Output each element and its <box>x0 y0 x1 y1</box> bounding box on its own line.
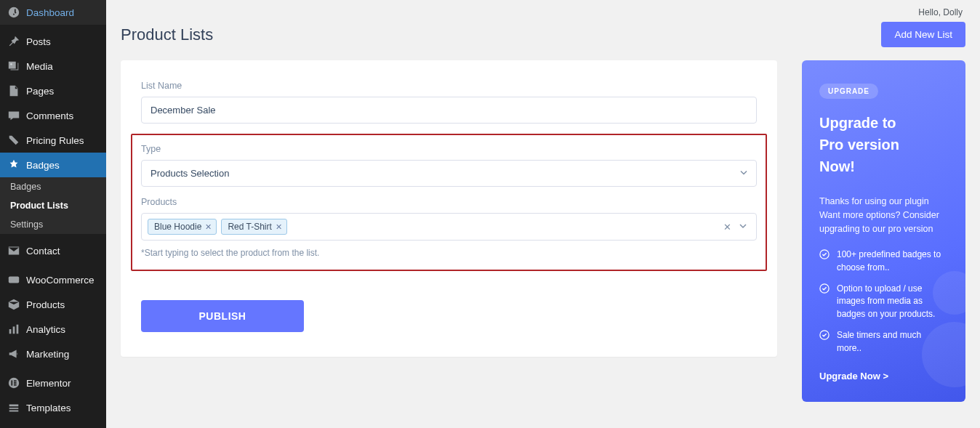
dashboard-icon <box>7 6 20 19</box>
comments-icon <box>7 109 20 122</box>
upgrade-feature-text: 100+ predefined badges to choose from.. <box>837 249 948 274</box>
page-title: Product Lists <box>121 25 213 44</box>
list-name-label: List Name <box>141 81 757 91</box>
sidebar-item-products[interactable]: Products <box>0 292 106 317</box>
list-name-input[interactable] <box>141 97 757 124</box>
sidebar-item-contact[interactable]: Contact <box>0 238 106 263</box>
publish-button[interactable]: PUBLISH <box>141 300 304 332</box>
highlighted-section: Type Products Selection Products Blue Ho… <box>131 134 767 271</box>
chevron-down-icon[interactable] <box>739 222 747 233</box>
templates-icon <box>7 401 20 414</box>
product-list-form: List Name Type Products Selection Produc… <box>121 60 777 357</box>
svg-rect-9 <box>14 384 17 386</box>
mail-icon <box>7 244 20 257</box>
type-field: Type Products Selection <box>141 144 757 187</box>
clear-all-icon[interactable]: ✕ <box>723 222 731 233</box>
type-label: Type <box>141 144 757 154</box>
product-tag-label: Blue Hoodie <box>154 222 201 232</box>
upgrade-badge: UPGRADE <box>819 84 878 99</box>
sidebar-item-analytics[interactable]: Analytics <box>0 317 106 342</box>
products-field: Products Blue Hoodie ✕ Red T-Shirt ✕ ✕ <box>141 197 757 258</box>
svg-rect-2 <box>9 329 12 334</box>
sidebar-item-media[interactable]: Media <box>0 54 106 78</box>
svg-rect-3 <box>13 326 15 334</box>
sidebar-item-templates[interactable]: Templates <box>0 395 106 420</box>
marketing-icon <box>7 347 20 360</box>
svg-rect-7 <box>14 380 17 381</box>
sidebar-item-dashboard[interactable]: Dashboard <box>0 0 106 25</box>
media-icon <box>7 60 20 73</box>
check-circle-icon <box>819 249 830 259</box>
sidebar-item-label: Dashboard <box>26 7 74 18</box>
page-header: Product Lists Add New List <box>121 22 965 47</box>
upgrade-feature-text: Option to upload / use images from media… <box>837 283 948 320</box>
sidebar-item-label: Analytics <box>26 324 65 335</box>
list-name-field: List Name <box>141 81 757 124</box>
pin-icon <box>7 35 20 48</box>
sidebar-item-label: WooCommerce <box>26 275 95 286</box>
sidebar-item-label: Badges <box>26 160 60 171</box>
pricing-icon <box>7 134 20 147</box>
product-tag: Red T-Shirt ✕ <box>221 219 286 235</box>
upgrade-title-part: Pro version <box>819 137 899 153</box>
pages-icon <box>7 84 20 97</box>
sidebar-item-woocommerce[interactable]: WooCommerce <box>0 267 106 292</box>
check-circle-icon <box>819 283 830 294</box>
main-content: Hello, Dolly Product Lists Add New List … <box>106 0 980 428</box>
sidebar-item-label: Comments <box>26 110 73 121</box>
admin-sidebar: Dashboard Posts Media Pages Comments Pri… <box>0 0 106 428</box>
product-tag: Blue Hoodie ✕ <box>148 219 217 235</box>
badges-icon <box>7 158 20 171</box>
sidebar-item-comments[interactable]: Comments <box>0 103 106 128</box>
sidebar-item-label: Templates <box>26 403 71 413</box>
greeting-text: Hello, Dolly <box>121 6 965 22</box>
check-circle-icon <box>819 330 830 340</box>
upgrade-text: Thanks for using our plugin Want more op… <box>819 195 948 235</box>
sidebar-badges-submenu: Badges Product Lists Settings <box>0 177 106 234</box>
sidebar-item-label: Elementor <box>26 378 71 389</box>
analytics-icon <box>7 323 20 336</box>
sidebar-item-appearance[interactable]: Appearance <box>0 424 106 428</box>
upgrade-title-part: Now! <box>819 158 855 174</box>
sidebar-item-label: Pricing Rules <box>26 135 84 146</box>
sidebar-item-elementor[interactable]: Elementor <box>0 371 106 395</box>
svg-rect-6 <box>11 380 12 385</box>
upgrade-feature-item: Option to upload / use images from media… <box>819 283 948 320</box>
sidebar-item-badges[interactable]: Badges <box>0 153 106 177</box>
remove-tag-icon[interactable]: ✕ <box>205 222 212 232</box>
type-select[interactable]: Products Selection <box>141 160 757 187</box>
svg-point-0 <box>10 63 12 65</box>
products-label: Products <box>141 197 757 207</box>
sidebar-item-label: Marketing <box>26 349 69 360</box>
sidebar-sub-settings[interactable]: Settings <box>0 215 106 234</box>
sidebar-item-posts[interactable]: Posts <box>0 29 106 54</box>
svg-rect-1 <box>9 277 19 283</box>
remove-tag-icon[interactable]: ✕ <box>276 222 282 232</box>
svg-rect-4 <box>17 325 19 334</box>
add-new-list-button[interactable]: Add New List <box>881 22 965 47</box>
upgrade-title: Upgrade to Pro version Now! <box>819 112 948 177</box>
sidebar-item-label: Media <box>26 61 53 72</box>
sidebar-item-label: Products <box>26 299 65 310</box>
sidebar-item-marketing[interactable]: Marketing <box>0 342 106 366</box>
sidebar-item-label: Contact <box>26 246 60 257</box>
products-helper-text: *Start typing to select the product from… <box>141 248 757 258</box>
sidebar-item-pricing-rules[interactable]: Pricing Rules <box>0 128 106 153</box>
sidebar-item-label: Pages <box>26 86 54 97</box>
upgrade-card: UPGRADE Upgrade to Pro version Now! Than… <box>802 60 965 402</box>
woo-icon <box>7 273 20 286</box>
sidebar-item-pages[interactable]: Pages <box>0 78 106 103</box>
svg-rect-8 <box>14 382 17 384</box>
upgrade-title-part: Upgrade to <box>819 115 896 131</box>
products-tag-input[interactable]: Blue Hoodie ✕ Red T-Shirt ✕ ✕ <box>141 213 757 241</box>
sidebar-sub-badges[interactable]: Badges <box>0 177 106 196</box>
upgrade-feature-item: 100+ predefined badges to choose from.. <box>819 249 948 274</box>
elementor-icon <box>7 376 20 389</box>
product-tag-label: Red T-Shirt <box>228 222 271 232</box>
sidebar-item-label: Posts <box>26 36 51 47</box>
products-icon <box>7 298 20 311</box>
sidebar-sub-product-lists[interactable]: Product Lists <box>0 196 106 215</box>
